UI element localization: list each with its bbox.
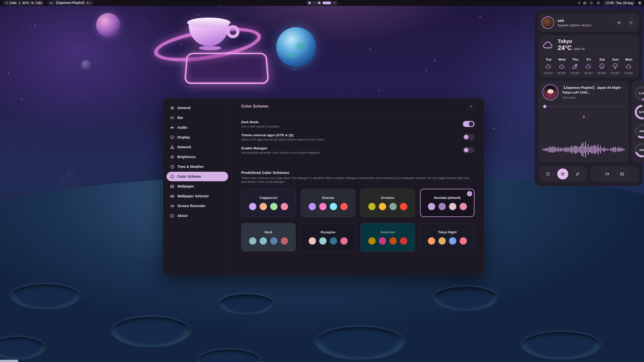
cpu-usage-value: 3.8%	[10, 1, 16, 5]
sidebar-item-label: Wallpaper Selector	[177, 194, 209, 198]
media-title: 【Japanese Playlist】 Japan All Night - To…	[562, 85, 625, 95]
sidebar-item-network[interactable]: Network	[167, 142, 228, 152]
enable-matugen-toggle[interactable]	[463, 147, 474, 153]
brightness-icon	[170, 155, 174, 159]
dark-mode-toggle[interactable]	[463, 121, 474, 127]
microphone-icon[interactable]	[578, 1, 581, 5]
check-icon	[468, 192, 471, 195]
pink-planet	[96, 13, 120, 37]
rain-icon	[599, 63, 605, 70]
sidebar-item-general[interactable]: General	[167, 103, 228, 113]
speedometer-icon	[546, 172, 550, 176]
workspace-dot[interactable]	[308, 2, 311, 4]
power-button[interactable]	[626, 18, 636, 27]
media-player-card: 【Japanese Playlist】 Japan All Night - To…	[538, 81, 629, 163]
sidebar-item-audio[interactable]: Audio	[167, 123, 228, 132]
sidebar-item-time-weather[interactable]: Time & Weather	[167, 162, 228, 171]
workspace-dot[interactable]	[318, 2, 320, 4]
crater	[433, 287, 498, 310]
scheme-card-tokyo-night[interactable]: Tokyo Night	[420, 223, 474, 251]
weather-temperature: 24°C	[558, 44, 572, 52]
forecast-temps: 36°/26°	[598, 72, 607, 75]
control-center-panel: seb System Uptime: 4h11m Tokyo	[535, 10, 643, 186]
sidebar-item-bar[interactable]: Bar	[167, 113, 228, 122]
media-pill[interactable]: 【Japanese Playlist】 J...	[47, 1, 94, 5]
setting-text: Dark Mode Use a dark variant if availabl…	[241, 120, 280, 128]
power-profile-group	[538, 166, 587, 182]
weather-city: Tokyo	[558, 38, 585, 44]
cloud-icon	[585, 63, 592, 70]
workspace-dot[interactable]	[333, 2, 336, 4]
scheme-card-dracula[interactable]: Dracula	[301, 189, 355, 217]
balanced-profile-button[interactable]	[557, 168, 568, 179]
scheme-swatches	[309, 237, 348, 245]
color-swatch	[400, 203, 407, 210]
app-grid-icon[interactable]	[638, 1, 641, 5]
color-swatch	[281, 203, 288, 210]
quick-actions	[538, 166, 639, 182]
progress-knob[interactable]	[543, 105, 546, 108]
page-title: Color Scheme	[241, 104, 268, 109]
color-swatch	[449, 237, 456, 245]
close-button[interactable]	[467, 103, 474, 110]
scheme-card-catppuccin[interactable]: Catppuccin	[241, 189, 296, 217]
scheme-card-nord[interactable]: Nord	[241, 223, 296, 251]
powersave-profile-button[interactable]	[572, 168, 583, 179]
clock-label: 17:09 - Tue, 19 Aug	[606, 1, 633, 5]
scheme-card-solarized[interactable]: Solarized	[360, 223, 415, 251]
wallpaper-button[interactable]	[617, 168, 628, 179]
disk-gauge: 24%	[635, 143, 644, 157]
sidebar-item-color-scheme[interactable]: Color Scheme	[167, 172, 228, 181]
gauge-value: 14%	[635, 124, 644, 139]
cpu-usage-gauge: 3.1%	[635, 86, 644, 101]
color-swatch	[330, 237, 337, 245]
sidebar-item-about[interactable]: About	[167, 211, 228, 220]
color-swatch	[319, 237, 327, 245]
desktop: 3.8% 53°C 7.8G 【Japanese Playlist】 J...	[0, 0, 644, 362]
sidebar-item-screen-recorder[interactable]: Screen Recorder	[167, 201, 228, 211]
setting-row-dark-mode: Dark Mode Use a dark variant if availabl…	[241, 120, 474, 128]
settings-button[interactable]	[614, 18, 624, 27]
palette-icon	[170, 174, 174, 179]
wallpaper-icon[interactable]	[583, 1, 587, 5]
wallpaper-icon	[620, 172, 624, 176]
media-progress-bar[interactable]	[542, 105, 625, 108]
color-swatch	[460, 237, 467, 245]
pause-button[interactable]	[579, 112, 589, 122]
setting-description: Automatically generate colors based on y…	[241, 151, 320, 154]
sliders-icon	[170, 106, 174, 110]
image-select-icon	[170, 194, 174, 198]
sidebar-item-label: Wallpaper	[177, 184, 194, 188]
cloud-icon	[559, 63, 565, 70]
scheme-card-rosepine[interactable]: Rosepine	[301, 223, 355, 251]
sidebar-item-brightness[interactable]: Brightness	[167, 152, 228, 162]
scheme-card-gruvbox[interactable]: Gruvbox	[360, 189, 415, 217]
scheme-name: Nord	[265, 230, 272, 234]
weather-timezone: (GMT+9)	[574, 48, 585, 51]
sidebar-item-label: Audio	[177, 125, 187, 129]
clock-pill[interactable]: 17:09 - Tue, 19 Aug	[603, 1, 636, 5]
setting-row-enable-matugen: Enable Matugen Automatically generate co…	[241, 146, 474, 154]
workspace-dot[interactable]	[313, 2, 316, 4]
screen-record-button[interactable]	[602, 168, 613, 179]
section-description: These color schemes only apply when 'Use…	[241, 176, 474, 184]
sidebar-item-display[interactable]: Display	[167, 132, 228, 142]
speaker-icon	[170, 125, 174, 130]
volume-button[interactable]	[596, 1, 601, 5]
system-stats-pill[interactable]: 3.8% 53°C 7.8G	[3, 1, 45, 5]
workspace-dot[interactable]	[323, 2, 331, 4]
tools-group	[590, 166, 639, 182]
scheme-card-noctalia-default[interactable]: Noctalia (default)	[420, 189, 474, 217]
color-swatch	[281, 237, 288, 245]
gauge-value: 3.1%	[635, 86, 644, 101]
notifications-button[interactable]	[589, 1, 594, 5]
performance-profile-button[interactable]	[542, 168, 553, 179]
temperature-value: 53°C	[22, 1, 29, 5]
sidebar-item-wallpaper[interactable]: Wallpaper	[167, 182, 228, 191]
theme-external-apps-toggle[interactable]	[463, 134, 474, 140]
user-name: seb	[557, 18, 591, 23]
color-swatch	[389, 237, 397, 245]
sidebar-item-wallpaper-selector[interactable]: Wallpaper Selector	[167, 191, 228, 201]
color-swatch	[319, 203, 327, 210]
color-swatch	[340, 203, 348, 210]
